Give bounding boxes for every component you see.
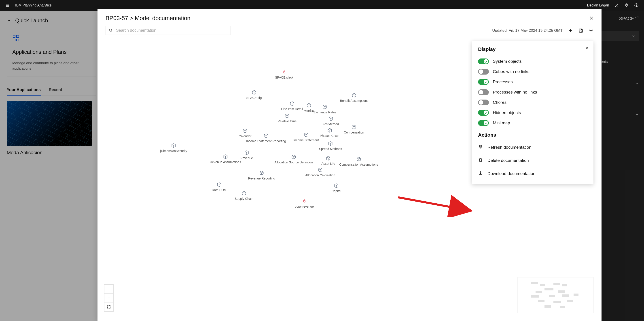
graph-node-income-statement[interactable]: Income Statement: [294, 132, 319, 142]
toggle-switch[interactable]: [478, 89, 489, 95]
add-icon[interactable]: [568, 28, 573, 33]
search-input[interactable]: [116, 28, 228, 33]
graph-node-fcst-method[interactable]: FcstMethod: [322, 116, 339, 126]
graph-node-asset-life[interactable]: Asset Life: [321, 156, 335, 165]
modal-title: BP03-57 > Model documentation: [106, 15, 190, 22]
graph-node-line-item-detail[interactable]: Line Item Detail: [281, 101, 303, 111]
graph-node-relative-time[interactable]: Relative Time: [278, 113, 297, 123]
settings-icon[interactable]: [588, 28, 594, 33]
cube-icon: [352, 93, 357, 98]
cube-icon: [242, 128, 248, 134]
rocket-icon[interactable]: [624, 3, 629, 7]
graph-node-comp-assumptions[interactable]: Compensation Assumptions: [339, 157, 378, 166]
trash-icon: [478, 157, 483, 163]
node-label: Revenue Reporting: [248, 176, 275, 180]
graph-node-alloc-calc[interactable]: Allocation Calculation: [305, 167, 335, 177]
node-label: Revenue: [240, 156, 253, 160]
graph-node-exchange-rates[interactable]: Exchange Rates: [314, 104, 336, 114]
action-label: Download documentation: [488, 171, 535, 176]
node-label: Exchange Rates: [314, 111, 336, 114]
fullscreen-button[interactable]: [104, 303, 113, 312]
cube-icon: [291, 154, 296, 160]
svg-point-18: [284, 71, 285, 72]
toggle-switch[interactable]: [478, 110, 489, 116]
graph-node-rev-assumptions[interactable]: Revenue Assumptions: [210, 154, 241, 164]
user-icon[interactable]: [614, 3, 619, 7]
node-label: Allocation Source Definition: [274, 160, 312, 164]
graph-node-copy-revenue[interactable]: copy revenue: [295, 199, 314, 208]
toggle-switch[interactable]: [478, 100, 489, 105]
graph-node-spread-methods[interactable]: Spread Methods: [319, 141, 342, 151]
node-label: Phased Costs: [320, 134, 339, 138]
cube-icon: [351, 124, 357, 130]
graph-node-rev-reporting[interactable]: Revenue Reporting: [248, 170, 275, 180]
close-icon[interactable]: ✕: [590, 15, 594, 21]
node-label: Asset Life: [321, 162, 335, 165]
node-label: Income Statement: [294, 138, 319, 142]
cube-icon: [284, 113, 290, 119]
cube-icon: [356, 157, 361, 162]
graph-node-metrics[interactable]: Metrics: [304, 103, 314, 113]
toggle-label: Cubes with no links: [493, 69, 530, 74]
cube-icon: [328, 116, 334, 121]
cube-icon: [306, 103, 312, 108]
graph-node-compensation[interactable]: Compensation: [344, 124, 364, 134]
node-label: Line Item Detail: [281, 107, 303, 111]
updated-text: Updated: Fri, 17 May 2024 19:24:25 GMT: [492, 28, 562, 33]
zoom-in-button[interactable]: +: [104, 285, 113, 294]
toggle-label: Processes with no links: [493, 90, 537, 95]
graph-node-dimsec[interactable]: }DimensionSecurity: [160, 143, 187, 153]
svg-point-3: [616, 4, 618, 5]
graph-node-rate-bom[interactable]: Rate BOM: [212, 182, 226, 192]
svg-line-12: [112, 31, 113, 32]
action-label: Delete documentation: [488, 158, 529, 163]
action-delete[interactable]: Delete documentation: [478, 154, 587, 167]
svg-rect-16: [580, 31, 582, 32]
graph-node-supply-chain[interactable]: Supply Chain: [234, 191, 253, 200]
graph-node-benefit-assumptions[interactable]: Benefit Assumptions: [340, 93, 368, 102]
app-brand: IBM Planning Analytics: [15, 3, 52, 7]
node-label: SPACE.cfg: [246, 96, 262, 100]
toggle-label: Hidden objects: [493, 110, 521, 115]
node-label: Relative Time: [278, 119, 297, 123]
graph-node-revenue[interactable]: Revenue: [240, 150, 253, 160]
graph-node-space-slack[interactable]: SPACE.slack: [275, 70, 294, 79]
display-settings-popover: ✕ Display System objectsCubes with no li…: [472, 41, 594, 184]
help-icon[interactable]: [634, 3, 639, 7]
download-icon: [478, 170, 483, 176]
search-input-wrap: [106, 26, 231, 35]
toggle-switch[interactable]: [478, 120, 489, 126]
cube-icon: [259, 170, 264, 176]
toggle-chores: Chores: [478, 97, 587, 108]
zoom-out-button[interactable]: −: [104, 294, 113, 303]
graph-node-phased-costs[interactable]: Phased Costs: [320, 128, 339, 138]
cube-icon: [241, 191, 247, 196]
toggle-proc-nolinks: Processes with no links: [478, 87, 587, 97]
cube-icon: [223, 154, 228, 160]
model-doc-modal: BP03-57 > Model documentation ✕ Updated:…: [98, 9, 602, 321]
node-label: Spread Methods: [319, 147, 342, 151]
minimap[interactable]: [518, 277, 594, 313]
toggle-minimap: Mini map: [478, 118, 587, 128]
action-refresh[interactable]: Refresh documentation: [478, 141, 587, 154]
graph-node-alloc-src-def[interactable]: Allocation Source Definition: [274, 154, 312, 164]
node-label: Supply Chain: [234, 197, 253, 200]
cube-icon: [334, 183, 339, 188]
toggle-switch[interactable]: [478, 69, 489, 75]
toggle-label: Mini map: [493, 121, 510, 126]
toggle-switch[interactable]: [478, 58, 489, 64]
action-download[interactable]: Download documentation: [478, 167, 587, 180]
cube-icon: [322, 104, 328, 110]
graph-node-is-reporting[interactable]: Income Statement Reporting: [246, 133, 286, 143]
cube-icon: [327, 128, 332, 133]
svg-point-4: [626, 5, 627, 5]
node-label: Rate BOM: [212, 188, 226, 192]
toggle-processes: Processes: [478, 77, 587, 87]
toggle-switch[interactable]: [478, 79, 489, 85]
graph-node-capital[interactable]: Capital: [332, 183, 341, 193]
close-icon[interactable]: ✕: [585, 45, 589, 50]
node-label: Revenue Assumptions: [210, 160, 241, 164]
save-icon[interactable]: [578, 28, 583, 33]
graph-node-space-cfg[interactable]: SPACE.cfg: [246, 90, 262, 100]
menu-icon[interactable]: [5, 3, 10, 7]
